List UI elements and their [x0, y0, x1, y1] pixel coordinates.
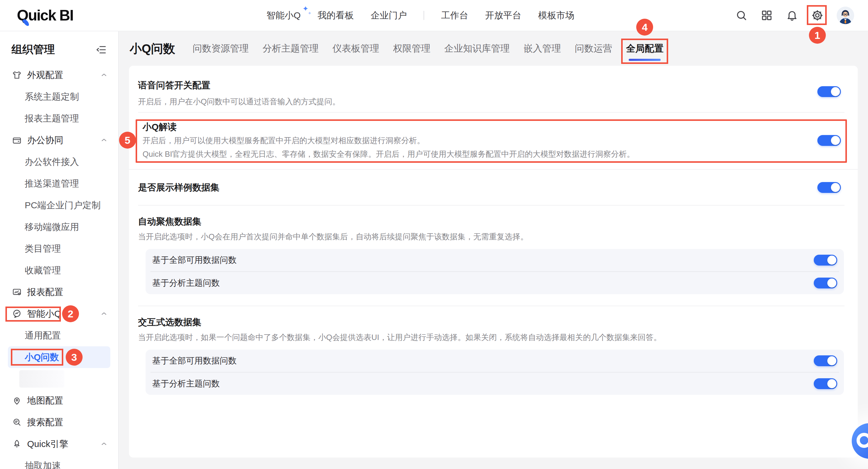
sidebar-group-label: 外观配置	[27, 69, 63, 82]
sidebar-item-label: 小Q问数	[25, 351, 59, 364]
chevron-up-icon	[100, 440, 108, 448]
interactive-theme-toggle[interactable]	[814, 378, 837, 389]
voice-qa-toggle[interactable]	[817, 86, 841, 97]
sidebar-group-quick-engine[interactable]: Quick引擎	[0, 433, 118, 455]
tab-ask-resource-mgmt[interactable]: 问数资源管理	[193, 42, 249, 55]
autofocus-all-data-row: 基于全部可用数据问数	[146, 249, 844, 271]
autofocus-section: 自动聚焦数据集 当开启此选项时，小Q会在用户首次提问并命中单个数据集后，自动将后…	[129, 206, 858, 306]
xiaoq-interpret-toggle[interactable]	[817, 135, 841, 146]
page-header: 小Q问数 问数资源管理 分析主题管理 仪表板管理 权限管理 企业知识库管理 嵌入…	[119, 31, 868, 66]
sample-dataset-title: 是否展示样例数据集	[138, 182, 219, 193]
assistant-icon	[857, 433, 868, 448]
redacted-sidebar-item	[0, 368, 118, 390]
search-bubble-icon	[12, 417, 22, 427]
autofocus-theme-toggle[interactable]	[814, 278, 837, 288]
search-icon[interactable]	[735, 9, 747, 22]
sidebar-group-label: 智能小Q	[27, 308, 61, 320]
sidebar-group-search-config[interactable]: 搜索配置	[0, 411, 118, 433]
interactive-all-data-label: 基于全部可用数据问数	[152, 355, 237, 367]
autofocus-title: 自动聚焦数据集	[138, 216, 844, 227]
top-nav: 智能小Q ✦ ✦ 我的看板 企业门户 工作台 开放平台 模板市场	[267, 9, 574, 22]
sidebar-group-label: 搜索配置	[27, 416, 63, 429]
interactive-select-subpanel: 基于全部可用数据问数 基于分析主题问数	[146, 350, 844, 395]
divider	[138, 112, 844, 113]
sidebar: 组织管理 外观配置 系统主题定制 报表主题管理 办公协同	[0, 31, 119, 469]
sidebar-item-system-theme[interactable]: 系统主题定制	[0, 86, 118, 107]
sidebar-item-category-mgmt[interactable]: 类目管理	[0, 238, 118, 259]
collapse-sidebar-icon[interactable]	[96, 44, 107, 55]
autofocus-desc: 当开启此选项时，小Q会在用户首次提问并命中单个数据集后，自动将后续提问聚焦于该数…	[138, 231, 844, 242]
sidebar-group-label: 办公协同	[27, 134, 63, 147]
sidebar-item-pc-portal[interactable]: PC端企业门户定制	[0, 194, 118, 216]
voice-qa-row: 语音问答开关配置 开启后，用户在小Q问数中可以通过语音输入的方式提问。	[129, 66, 858, 112]
nav-item-template-market[interactable]: 模板市场	[538, 9, 575, 22]
nav-label: 智能小Q	[267, 10, 301, 20]
map-pin-icon	[12, 396, 22, 405]
interactive-select-section: 交互式选数据集 当开启此选项时，如果一个问题命中了多个数据集，小Q会提供选表UI…	[129, 306, 858, 406]
interactive-select-title: 交互式选数据集	[138, 317, 844, 327]
sidebar-item-report-theme[interactable]: 报表主题管理	[0, 107, 118, 129]
interactive-all-data-toggle[interactable]	[814, 355, 837, 366]
notification-bell-icon[interactable]	[786, 9, 798, 22]
tab-knowledge-base-mgmt[interactable]: 企业知识库管理	[444, 42, 510, 55]
smart-q-icon	[12, 309, 22, 319]
sidebar-menu: 外观配置 系统主题定制 报表主题管理 办公协同 办公软件接入 推送渠道管理 PC…	[0, 64, 118, 469]
tshirt-icon	[12, 70, 22, 80]
quickbi-logo: Quick BI	[17, 7, 73, 24]
sidebar-item-push-channel[interactable]: 推送渠道管理	[0, 173, 118, 194]
annotation-badge-5: 5	[119, 132, 136, 149]
tab-global-config[interactable]: 全局配置 4	[626, 42, 663, 55]
main-area: 小Q问数 问数资源管理 分析主题管理 仪表板管理 权限管理 企业知识库管理 嵌入…	[119, 31, 868, 469]
chevron-up-icon	[100, 310, 108, 318]
apps-grid-icon[interactable]	[761, 9, 773, 22]
sidebar-item-favorites-mgmt[interactable]: 收藏管理	[0, 259, 118, 281]
sidebar-group-appearance[interactable]: 外观配置	[0, 64, 118, 86]
xiaoq-interpret-title: 小Q解读	[143, 122, 634, 132]
user-avatar[interactable]	[837, 7, 854, 24]
nav-item-workbench[interactable]: 工作台	[441, 9, 468, 22]
autofocus-theme-row: 基于分析主题问数	[146, 272, 844, 294]
settings-gear-icon[interactable]	[811, 9, 824, 22]
top-bar: Quick BI 智能小Q ✦ ✦ 我的看板 企业门户 工作台 开放平台 模板市…	[0, 0, 868, 31]
autofocus-all-data-toggle[interactable]	[814, 255, 837, 265]
interactive-all-data-row: 基于全部可用数据问数	[146, 350, 844, 372]
xiaoq-interpret-desc-1: 开启后，用户可以使用大模型服务配置中开启的大模型对相应数据进行洞察分析。	[143, 135, 634, 146]
tab-dashboard-mgmt[interactable]: 仪表板管理	[333, 42, 379, 55]
annotation-badge-3: 3	[66, 349, 83, 366]
sample-dataset-row: 是否展示样例数据集	[129, 169, 858, 205]
nav-divider	[424, 11, 424, 20]
chevron-up-icon	[100, 136, 108, 144]
tab-analysis-theme-mgmt[interactable]: 分析主题管理	[262, 42, 318, 55]
annotation-badge-2: 2	[62, 305, 79, 322]
nav-item-my-dashboard[interactable]: 我的看板	[318, 9, 354, 22]
chevron-up-icon	[100, 71, 108, 79]
tab-permission-mgmt[interactable]: 权限管理	[393, 42, 430, 55]
nav-item-enterprise-portal[interactable]: 企业门户	[371, 9, 407, 22]
nav-item-smart-q[interactable]: 智能小Q ✦ ✦	[267, 9, 301, 22]
sidebar-item-mobile-microapp[interactable]: 移动端微应用	[0, 216, 118, 238]
sample-dataset-toggle[interactable]	[817, 182, 841, 193]
interactive-theme-label: 基于分析主题问数	[152, 378, 220, 389]
sidebar-item-general-config[interactable]: 通用配置	[0, 324, 118, 346]
tab-label: 全局配置	[626, 43, 663, 54]
nav-item-open-platform[interactable]: 开放平台	[485, 9, 521, 22]
tab-embed-mgmt[interactable]: 嵌入管理	[524, 42, 561, 55]
autofocus-all-data-label: 基于全部可用数据问数	[152, 254, 237, 266]
sidebar-item-office-software[interactable]: 办公软件接入	[0, 151, 118, 173]
sidebar-group-map-config[interactable]: 地图配置	[0, 390, 118, 411]
sidebar-group-office-collab[interactable]: 办公协同	[0, 129, 118, 151]
report-screen-icon	[12, 287, 22, 297]
sidebar-item-xiaoq-ask[interactable]: 小Q问数 3	[8, 346, 110, 368]
page-title: 小Q问数	[130, 40, 175, 57]
voice-qa-desc: 开启后，用户在小Q问数中可以通过语音输入的方式提问。	[138, 96, 340, 107]
sidebar-group-label: 地图配置	[27, 395, 63, 407]
interactive-theme-row: 基于分析主题问数	[146, 373, 844, 395]
sidebar-group-smart-q[interactable]: 智能小Q 2	[0, 303, 118, 324]
rocket-icon	[12, 439, 22, 449]
sidebar-item-extract-accel[interactable]: 抽取加速	[0, 455, 118, 469]
sidebar-group-report-config[interactable]: 报表配置	[0, 281, 118, 303]
wallet-icon	[12, 135, 22, 145]
autofocus-subpanel: 基于全部可用数据问数 基于分析主题问数	[146, 249, 844, 294]
sparkle-icon: ✦	[308, 10, 312, 16]
tab-ask-operations[interactable]: 问数运营	[575, 42, 612, 55]
